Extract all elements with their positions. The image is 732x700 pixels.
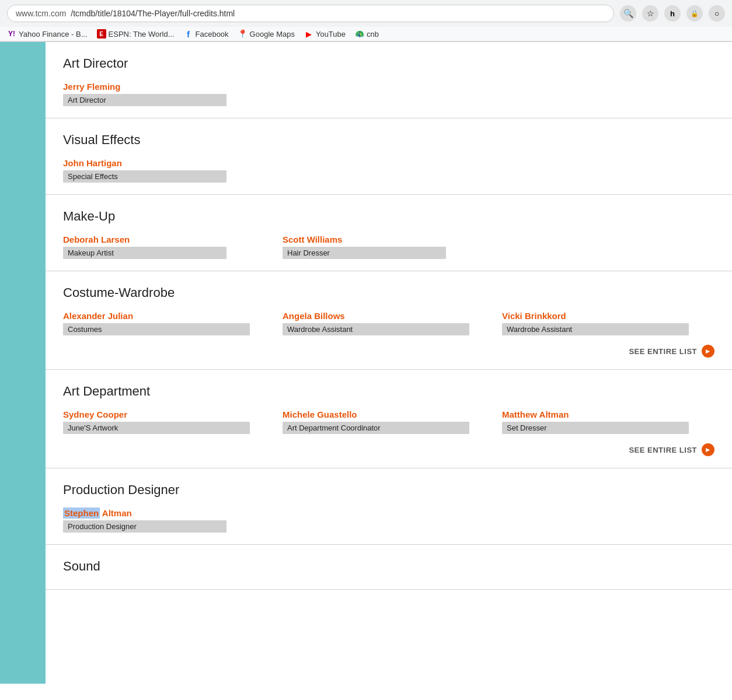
list-item: Scott Williams Hair Dresser	[283, 235, 469, 259]
address-bar: www.tcm.com /tcmdb/title/18104/The-Playe…	[0, 0, 732, 27]
credit-name-matthew-altman[interactable]: Matthew Altman	[502, 410, 689, 419]
googlemaps-icon: 📍	[238, 29, 248, 38]
credit-name-sydney-cooper[interactable]: Sydney Cooper	[63, 410, 250, 419]
section-title-visual-effects: Visual Effects	[63, 132, 714, 148]
credit-name-deborah-larsen[interactable]: Deborah Larsen	[63, 235, 250, 244]
facebook-icon: f	[184, 29, 193, 38]
credit-role-deborah-larsen: Makeup Artist	[63, 247, 226, 259]
list-item: Jerry Fleming Art Director	[63, 82, 250, 106]
credits-row-art-director: Jerry Fleming Art Director	[63, 82, 714, 106]
credit-role-angela-billows: Wardrobe Assistant	[283, 323, 469, 335]
bookmark-yahoo[interactable]: Y! Yahoo Finance - B...	[7, 29, 88, 38]
credits-row-make-up: Deborah Larsen Makeup Artist Scott Willi…	[63, 235, 714, 259]
bookmark-yahoo-label: Yahoo Finance - B...	[19, 30, 88, 38]
section-art-director: Art Director Jerry Fleming Art Director	[46, 42, 732, 118]
page-layout: Art Director Jerry Fleming Art Director …	[0, 42, 732, 684]
url-box[interactable]: www.tcm.com /tcmdb/title/18104/The-Playe…	[7, 5, 614, 22]
credit-name-vicki-brinkkord[interactable]: Vicki Brinkkord	[502, 311, 689, 321]
url-base: www.tcm.com	[16, 9, 66, 18]
list-item: John Hartigan Special Effects	[63, 158, 250, 183]
credit-role-john-hartigan: Special Effects	[63, 170, 226, 183]
credit-role-jerry-fleming: Art Director	[63, 94, 226, 106]
credit-name-michele-guastello[interactable]: Michele Guastello	[283, 410, 469, 419]
list-item: Angela Billows Wardrobe Assistant	[283, 311, 469, 335]
credit-name-alexander-julian[interactable]: Alexander Julian	[63, 311, 250, 321]
url-path: /tcmdb/title/18104/The-Player/full-credi…	[71, 9, 235, 18]
list-item: Michele Guastello Art Department Coordin…	[283, 410, 469, 434]
section-title-art-department: Art Department	[63, 384, 714, 399]
credit-role-alexander-julian: Costumes	[63, 323, 250, 335]
credit-name-john-hartigan[interactable]: John Hartigan	[63, 158, 250, 168]
list-item: Vicki Brinkkord Wardrobe Assistant	[502, 311, 689, 335]
highlight-stephen: Stephen	[63, 508, 100, 519]
section-visual-effects: Visual Effects John Hartigan Special Eff…	[46, 118, 732, 195]
nbc-icon: 🦚	[355, 29, 364, 38]
bookmark-espn[interactable]: E ESPN: The World...	[97, 29, 175, 38]
bookmark-youtube[interactable]: ▶ YouTube	[304, 29, 346, 38]
bookmark-espn-label: ESPN: The World...	[109, 30, 175, 38]
espn-icon: E	[97, 29, 106, 38]
star-icon[interactable]: ☆	[642, 5, 658, 22]
bookmarks-bar: Y! Yahoo Finance - B... E ESPN: The Worl…	[0, 27, 732, 41]
section-production-designer: Production Designer Stephen Altman Produ…	[46, 468, 732, 545]
browser-chrome: www.tcm.com /tcmdb/title/18104/The-Playe…	[0, 0, 732, 42]
credit-role-vicki-brinkkord: Wardrobe Assistant	[502, 323, 689, 335]
section-title-production-designer: Production Designer	[63, 482, 714, 498]
see-entire-list-label-art-dept: SEE ENTIRE LIST	[629, 446, 697, 454]
list-item: Matthew Altman Set Dresser	[502, 410, 689, 434]
sidebar	[0, 42, 46, 684]
list-item: Stephen Altman Production Designer	[63, 508, 250, 533]
h-icon[interactable]: h	[664, 5, 681, 22]
section-title-make-up: Make-Up	[63, 209, 714, 224]
credit-role-matthew-altman: Set Dresser	[502, 422, 689, 434]
list-item: Sydney Cooper June'S Artwork	[63, 410, 250, 434]
credits-row-production-designer: Stephen Altman Production Designer	[63, 508, 714, 533]
credit-role-stephen-altman: Production Designer	[63, 520, 226, 533]
lock-icon: 🔒	[686, 5, 703, 22]
bookmark-cnbc-label: cnb	[367, 30, 379, 38]
circle-icon: ○	[709, 5, 725, 22]
see-entire-list-art-dept[interactable]: SEE ENTIRE LIST ►	[63, 443, 714, 456]
main-content: Art Director Jerry Fleming Art Director …	[46, 42, 732, 684]
list-item: Alexander Julian Costumes	[63, 311, 250, 335]
list-item: Deborah Larsen Makeup Artist	[63, 235, 250, 259]
search-icon[interactable]: 🔍	[620, 5, 636, 22]
section-title-art-director: Art Director	[63, 56, 714, 71]
arrow-circle-icon-art-dept: ►	[702, 443, 714, 456]
youtube-icon: ▶	[304, 29, 313, 38]
bookmark-cnbc[interactable]: 🦚 cnb	[355, 29, 379, 38]
credit-name-stephen-altman[interactable]: Stephen Altman	[63, 508, 250, 518]
see-entire-list-costume[interactable]: SEE ENTIRE LIST ►	[63, 345, 714, 358]
bookmark-facebook-label: Facebook	[196, 30, 229, 38]
bookmark-googlemaps[interactable]: 📍 Google Maps	[238, 29, 295, 38]
yahoo-icon: Y!	[7, 29, 16, 38]
section-title-sound: Sound	[63, 559, 714, 574]
credit-name-jerry-fleming[interactable]: Jerry Fleming	[63, 82, 250, 92]
credit-role-michele-guastello: Art Department Coordinator	[283, 422, 469, 434]
section-sound: Sound	[46, 545, 732, 590]
credits-row-art-department: Sydney Cooper June'S Artwork Michele Gua…	[63, 410, 714, 434]
see-entire-list-label-costume: SEE ENTIRE LIST	[629, 347, 697, 356]
arrow-circle-icon-costume: ►	[702, 345, 714, 358]
section-art-department: Art Department Sydney Cooper June'S Artw…	[46, 370, 732, 468]
credit-role-sydney-cooper: June'S Artwork	[63, 422, 250, 434]
credits-row-costume-wardrobe: Alexander Julian Costumes Angela Billows…	[63, 311, 714, 335]
bookmark-googlemaps-label: Google Maps	[250, 30, 295, 38]
section-costume-wardrobe: Costume-Wardrobe Alexander Julian Costum…	[46, 271, 732, 370]
credit-role-scott-williams: Hair Dresser	[283, 247, 446, 259]
section-make-up: Make-Up Deborah Larsen Makeup Artist Sco…	[46, 195, 732, 271]
credit-name-angela-billows[interactable]: Angela Billows	[283, 311, 469, 321]
credits-row-visual-effects: John Hartigan Special Effects	[63, 158, 714, 183]
bookmark-youtube-label: YouTube	[316, 30, 346, 38]
section-title-costume-wardrobe: Costume-Wardrobe	[63, 285, 714, 300]
credit-name-scott-williams[interactable]: Scott Williams	[283, 235, 469, 244]
bookmark-facebook[interactable]: f Facebook	[184, 29, 229, 38]
